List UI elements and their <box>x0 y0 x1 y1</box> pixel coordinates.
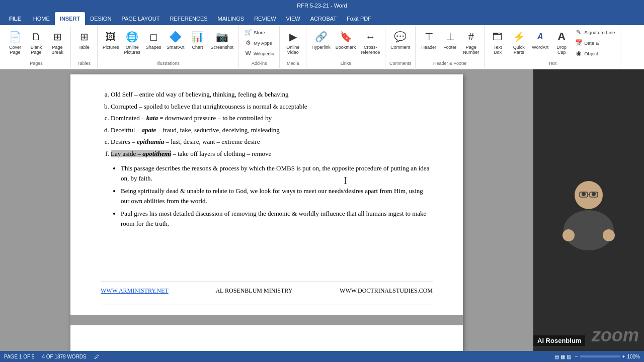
chart-button[interactable]: 📊 Chart <box>188 27 208 51</box>
cross-reference-button[interactable]: ↔ Cross-reference <box>359 27 382 56</box>
status-right: ▤ ▦ ▨ − + 100% <box>554 354 640 359</box>
ribbon-group-pages: 📄 CoverPage 🗋 BlankPage ⊞ PageBreak Page… <box>2 26 71 68</box>
video-content: Al Rosenblum <box>533 69 644 361</box>
store-icon: 🛒 <box>244 28 252 36</box>
item-e-text-rest: – lust, desire, want – extreme desire <box>164 138 260 145</box>
page-break-label: PageBreak <box>51 45 63 55</box>
online-video-icon: ▶ <box>285 29 301 45</box>
cover-page-label: CoverPage <box>9 45 21 55</box>
smartart-button[interactable]: 🔷 SmartArt <box>165 27 187 51</box>
store-button[interactable]: 🛒 Store <box>242 27 276 37</box>
main-area: Old Self – entire old way of believing, … <box>0 69 644 361</box>
smartart-label: SmartArt <box>167 45 185 50</box>
ribbon-group-links: 🔗 Hyperlink 🔖 Bookmark ↔ Cross-reference… <box>306 26 385 68</box>
table-button[interactable]: ⊞ Table <box>74 27 94 51</box>
footer-right: WWW.DOCTRINALSTUDIES.COM <box>340 287 433 295</box>
zoom-in-button[interactable]: + <box>622 354 625 359</box>
list-item-c: Dominated – kata = downward pressure – t… <box>111 113 433 123</box>
tab-review[interactable]: REVIEW <box>249 12 281 25</box>
person-silhouette <box>543 175 634 255</box>
signature-line-icon: ✎ <box>575 28 583 36</box>
chart-label: Chart <box>192 45 203 50</box>
ribbon-content: 📄 CoverPage 🗋 BlankPage ⊞ PageBreak Page… <box>0 25 644 69</box>
wordart-label: WordArt <box>532 45 548 50</box>
zoom-level: 100% <box>627 354 640 359</box>
item-d-text-rest: – fraud, fake, seductive, deceiving, mis… <box>156 126 279 134</box>
wikipedia-button[interactable]: W Wikipedia <box>242 48 276 58</box>
online-pictures-label: OnlinePictures <box>124 45 141 55</box>
screenshot-button[interactable]: 📷 Screenshot <box>209 27 236 51</box>
quick-parts-icon: ⚡ <box>511 29 527 45</box>
document-page[interactable]: Old Self – entire old way of believing, … <box>70 74 463 361</box>
cover-page-button[interactable]: 📄 CoverPage <box>5 27 25 56</box>
text-box-button[interactable]: 🗔 TextBox <box>488 27 508 56</box>
tab-mailings[interactable]: MAILINGS <box>213 12 250 25</box>
footer-ministry-name: AL ROSENBLUM MINISTRY <box>215 287 292 294</box>
bullet-item-1: This passage describes the reasons & pro… <box>121 163 433 183</box>
ribbon-group-header-footer: ⊤ Header ⊥ Footer # PageNumber Header & … <box>416 26 485 68</box>
hyperlink-button[interactable]: 🔗 Hyperlink <box>309 27 333 51</box>
shapes-button[interactable]: ◻ Shapes <box>143 27 164 51</box>
item-f-bold-italic: apotithemi <box>142 150 171 157</box>
header-footer-items: ⊤ Header ⊥ Footer # PageNumber <box>419 27 481 61</box>
table-label: Table <box>78 45 90 50</box>
tab-file[interactable]: FILE <box>2 12 28 25</box>
date-time-button[interactable]: 📅 Date & <box>573 38 617 48</box>
wordart-button[interactable]: A WordArt <box>530 27 550 51</box>
pages-items: 📄 CoverPage 🗋 BlankPage ⊞ PageBreak <box>5 27 67 61</box>
comment-button[interactable]: 💬 Comment <box>388 27 412 51</box>
item-e-text-prefix: Desires – <box>111 138 137 145</box>
smartart-icon: 🔷 <box>168 29 184 45</box>
footer-button[interactable]: ⊥ Footer <box>440 27 460 51</box>
quick-parts-button[interactable]: ⚡ QuickParts <box>509 27 529 56</box>
links-items: 🔗 Hyperlink 🔖 Bookmark ↔ Cross-reference <box>309 27 382 61</box>
blank-page-icon: 🗋 <box>28 29 44 45</box>
tab-view[interactable]: VIEW <box>281 12 305 25</box>
hyperlink-label: Hyperlink <box>311 45 331 50</box>
chart-icon: 📊 <box>190 29 206 45</box>
tab-acrobat[interactable]: ACROBAT <box>305 12 342 25</box>
ribbon-group-illustrations: 🖼 Pictures 🌐 OnlinePictures ◻ Shapes 🔷 S… <box>98 26 239 68</box>
header-button[interactable]: ⊤ Header <box>419 27 439 51</box>
pictures-label: Pictures <box>103 45 119 50</box>
drop-cap-button[interactable]: A DropCap <box>551 27 572 56</box>
bookmark-label: Bookmark <box>336 45 356 50</box>
bookmark-button[interactable]: 🔖 Bookmark <box>334 27 358 51</box>
pictures-button[interactable]: 🖼 Pictures <box>101 27 121 51</box>
drop-cap-icon: A <box>553 29 570 45</box>
zoom-out-button[interactable]: − <box>575 354 578 359</box>
tables-items: ⊞ Table <box>74 27 94 61</box>
table-icon: ⊞ <box>76 29 92 45</box>
bullet-3-text: Paul gives his most detailed discussion … <box>121 210 426 227</box>
online-pictures-button[interactable]: 🌐 OnlinePictures <box>122 27 143 56</box>
text-group-label: Text <box>548 61 557 67</box>
footer-center: AL ROSENBLUM MINISTRY <box>169 287 340 295</box>
footer-link-left[interactable]: WWW.ARMINISTRY.NET <box>101 287 169 295</box>
comment-label: Comment <box>390 45 410 50</box>
list-item-a: Old Self – entire old way of believing, … <box>111 89 433 100</box>
illustrations-items: 🖼 Pictures 🌐 OnlinePictures ◻ Shapes 🔷 S… <box>101 27 235 61</box>
tab-design[interactable]: DESIGN <box>85 12 116 25</box>
tab-page-layout[interactable]: PAGE LAYOUT <box>116 12 165 25</box>
tab-insert[interactable]: INSERT <box>55 12 85 25</box>
bookmark-icon: 🔖 <box>338 29 354 45</box>
page-footer: WWW.ARMINISTRY.NET AL ROSENBLUM MINISTRY… <box>101 282 433 295</box>
view-icons: ▤ ▦ ▨ <box>554 354 571 359</box>
online-video-button[interactable]: ▶ OnlineVideo <box>283 27 303 56</box>
signature-line-button[interactable]: ✎ Signature Line <box>573 27 617 37</box>
title-bar: RFR 5-23-21 - Word <box>0 0 644 11</box>
blank-page-button[interactable]: 🗋 BlankPage <box>26 27 46 56</box>
word-count: 4 OF 1879 WORDS <box>42 354 86 359</box>
svg-point-2 <box>582 192 586 196</box>
my-apps-button[interactable]: ⚙ My Apps <box>242 38 276 48</box>
tab-foxit[interactable]: Foxit PDF <box>342 12 376 25</box>
tab-references[interactable]: REFERENCES <box>165 12 212 25</box>
tab-home[interactable]: HOME <box>28 12 55 25</box>
object-button[interactable]: ◉ Object <box>573 48 617 58</box>
store-label: Store <box>254 30 265 35</box>
item-d-text-prefix: Deceitful – <box>111 126 141 134</box>
svg-point-3 <box>592 192 596 196</box>
page-break-button[interactable]: ⊞ PageBreak <box>47 27 67 56</box>
zoom-slider[interactable] <box>580 355 620 357</box>
page-number-button[interactable]: # PageNumber <box>461 27 481 56</box>
